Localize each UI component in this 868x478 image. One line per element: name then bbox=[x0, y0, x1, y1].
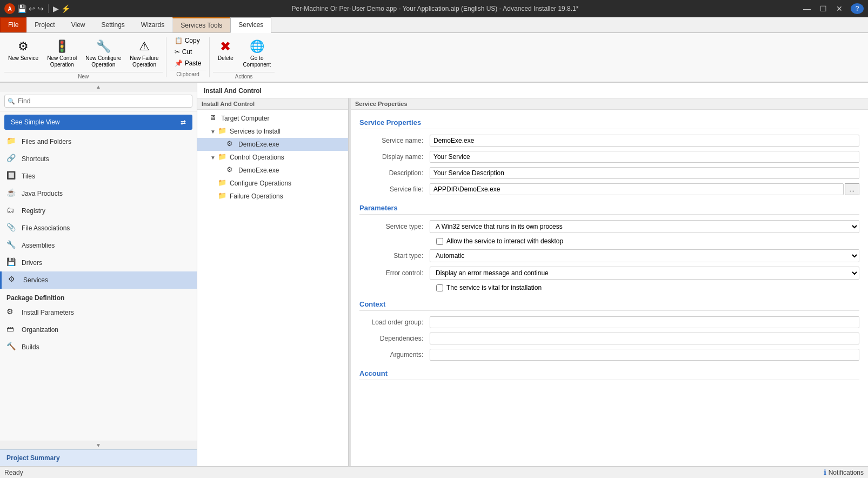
ribbon-tab-bar: File Project View Settings Wizards Servi… bbox=[0, 17, 868, 33]
sidebar-item-organization[interactable]: 🗃 Organization bbox=[0, 321, 197, 338]
new-group-label: New bbox=[4, 72, 163, 79]
description-input[interactable] bbox=[430, 167, 859, 179]
load-order-input[interactable] bbox=[430, 316, 859, 328]
display-name-label: Display name: bbox=[359, 153, 430, 161]
tab-settings[interactable]: Settings bbox=[94, 17, 133, 32]
new-service-btn[interactable]: ⚙ New Service bbox=[4, 35, 42, 64]
tree-item-target[interactable]: 🖥 Target Computer bbox=[197, 112, 348, 125]
quick-save-btn[interactable]: 💾 bbox=[17, 4, 26, 13]
sidebar-scroll-down[interactable]: ▼ bbox=[0, 441, 197, 449]
tree-item-services-to-install[interactable]: ▼ 📁 Services to Install bbox=[197, 125, 348, 138]
close-btn[interactable]: ✕ bbox=[832, 3, 846, 14]
window-title: Per-Machine Or Per-User Demo app - Your … bbox=[72, 5, 798, 12]
sidebar-item-java[interactable]: ☕ Java Products bbox=[0, 185, 197, 202]
service-file-icon-1: ⚙ bbox=[226, 140, 236, 149]
tab-services[interactable]: Services bbox=[230, 17, 271, 33]
service-file-label: Service file: bbox=[359, 185, 430, 193]
tab-file[interactable]: File bbox=[0, 17, 26, 32]
tree-panel: Install And Control 🖥 Target Computer ▼ … bbox=[197, 98, 349, 466]
start-type-select[interactable]: Automatic Manual Disabled bbox=[430, 249, 859, 262]
shortcuts-icon: 🔗 bbox=[6, 154, 17, 164]
tree-item-control-ops[interactable]: ▼ 📁 Control Operations bbox=[197, 151, 348, 164]
tree-panel-header: Install And Control bbox=[197, 98, 348, 110]
sidebar-item-builds[interactable]: 🔨 Builds bbox=[0, 338, 197, 356]
maximize-btn[interactable]: ☐ bbox=[816, 3, 830, 14]
service-file-icon-2: ⚙ bbox=[226, 165, 236, 175]
prop-row-interact: Allow the service to interact with deskt… bbox=[359, 237, 859, 245]
delete-icon: ✖ bbox=[217, 38, 234, 55]
files-icon: 📁 bbox=[6, 136, 17, 147]
quick-redo-btn[interactable]: ↪ bbox=[37, 4, 44, 13]
sidebar-item-registry[interactable]: 🗂 Registry bbox=[0, 202, 197, 220]
vital-checkbox[interactable] bbox=[436, 284, 443, 291]
new-failure-icon: ⚠ bbox=[136, 38, 153, 55]
package-definition-header: Package Definition bbox=[0, 289, 197, 304]
project-summary-link[interactable]: Project Summary bbox=[0, 449, 197, 466]
actions-group-label: Actions bbox=[213, 72, 275, 79]
app-logo[interactable]: A bbox=[4, 3, 15, 14]
install-params-icon: ⚙ bbox=[6, 307, 17, 318]
titlebar: A 💾 ↩ ↪ ▶ ⚡ Per-Machine Or Per-User Demo… bbox=[0, 0, 868, 17]
tab-view[interactable]: View bbox=[63, 17, 94, 32]
display-name-input[interactable] bbox=[430, 151, 859, 163]
delete-btn[interactable]: ✖ Delete bbox=[213, 35, 238, 64]
quick-run-btn[interactable]: ⚡ bbox=[61, 4, 70, 13]
copy-icon: 📋 bbox=[175, 37, 183, 44]
new-configure-op-btn[interactable]: 🔧 New ConfigureOperation bbox=[82, 35, 125, 71]
new-failure-op-btn[interactable]: ⚠ New FailureOperation bbox=[126, 35, 162, 71]
sidebar-item-install-params[interactable]: ⚙ Install Parameters bbox=[0, 304, 197, 321]
tree-item-demoexe-control[interactable]: ⚙ DemoExe.exe bbox=[197, 164, 348, 177]
error-control-select[interactable]: Display an error message and continue Lo… bbox=[430, 267, 859, 280]
tab-wizards[interactable]: Wizards bbox=[133, 17, 172, 32]
tree-content: 🖥 Target Computer ▼ 📁 Services to Instal… bbox=[197, 110, 348, 466]
tree-item-demoexe-service[interactable]: ⚙ DemoExe.exe bbox=[197, 138, 348, 151]
prop-row-display-name: Display name: bbox=[359, 151, 859, 163]
cut-btn[interactable]: ✂Cut bbox=[170, 47, 206, 57]
service-file-wrap: ... bbox=[430, 183, 859, 195]
help-btn[interactable]: ? bbox=[851, 3, 864, 14]
sidebar-item-file-associations[interactable]: 📎 File Associations bbox=[0, 220, 197, 237]
sidebar-item-assemblies[interactable]: 🔧 Assemblies bbox=[0, 237, 197, 254]
quick-undo-btn[interactable]: ↩ bbox=[29, 4, 35, 13]
quick-build-btn[interactable]: ▶ bbox=[53, 4, 59, 13]
prop-row-service-type: Service type: A Win32 service that runs … bbox=[359, 220, 859, 233]
search-input[interactable] bbox=[4, 95, 192, 108]
load-order-label: Load order group: bbox=[359, 318, 430, 326]
goto-component-btn[interactable]: 🌐 Go toComponent bbox=[239, 35, 275, 71]
copy-btn[interactable]: 📋Copy bbox=[170, 35, 206, 46]
tab-project[interactable]: Project bbox=[26, 17, 63, 32]
tab-services-tools[interactable]: Services Tools bbox=[172, 17, 230, 32]
prop-row-arguments: Arguments: bbox=[359, 349, 859, 361]
simple-view-btn[interactable]: See Simple View ⇄ bbox=[4, 115, 192, 130]
tree-item-failure-ops[interactable]: 📁 Failure Operations bbox=[197, 190, 348, 203]
sidebar-item-shortcuts[interactable]: 🔗 Shortcuts bbox=[0, 150, 197, 168]
search-section: 🔍 bbox=[0, 91, 197, 111]
interact-checkbox[interactable] bbox=[436, 238, 443, 245]
prop-row-service-file: Service file: ... bbox=[359, 183, 859, 195]
sidebar-item-files[interactable]: 📁 Files and Folders bbox=[0, 133, 197, 150]
sidebar-scroll-up[interactable]: ▲ bbox=[0, 83, 197, 91]
error-control-label: Error control: bbox=[359, 269, 430, 277]
properties-panel: Service Properties Service Properties Se… bbox=[351, 98, 868, 466]
clipboard-group-label: Clipboard bbox=[170, 70, 206, 77]
sidebar-item-drivers[interactable]: 💾 Drivers bbox=[0, 254, 197, 271]
tree-item-configure-ops[interactable]: 📁 Configure Operations bbox=[197, 177, 348, 190]
organization-icon: 🗃 bbox=[6, 324, 17, 335]
paste-btn[interactable]: 📌Paste bbox=[170, 58, 206, 69]
arguments-input[interactable] bbox=[430, 349, 859, 361]
sidebar-item-tiles[interactable]: 🔲 Tiles bbox=[0, 168, 197, 185]
service-file-input[interactable] bbox=[430, 183, 844, 195]
service-type-select[interactable]: A Win32 service that runs in its own pro… bbox=[430, 220, 859, 233]
toolbar-sep-2 bbox=[209, 37, 210, 77]
service-file-browse-btn[interactable]: ... bbox=[845, 183, 859, 195]
folder-icon-2: 📁 bbox=[218, 152, 228, 162]
sidebar-item-services[interactable]: ⚙ Services bbox=[0, 271, 197, 289]
description-label: Description: bbox=[359, 169, 430, 177]
prop-row-description: Description: bbox=[359, 167, 859, 179]
dependencies-input[interactable] bbox=[430, 333, 859, 344]
new-control-op-btn[interactable]: 🚦 New ControlOperation bbox=[43, 35, 81, 71]
account-title: Account bbox=[359, 369, 859, 380]
minimize-btn[interactable]: — bbox=[800, 3, 814, 14]
service-name-input[interactable] bbox=[430, 135, 859, 147]
prop-row-start-type: Start type: Automatic Manual Disabled bbox=[359, 249, 859, 262]
